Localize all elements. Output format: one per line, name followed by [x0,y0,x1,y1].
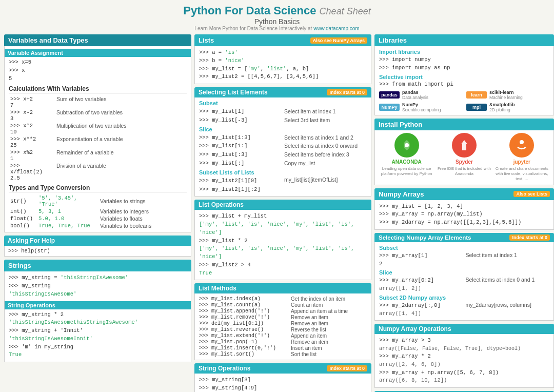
list-methods-section: List Methods >>> my_list.index(a) Get th… [194,283,371,360]
list-ops-header: List Operations [194,200,371,210]
code-line: >>> my_list.insert(0,'!') [199,345,289,351]
desc-line: Select items at index 1 and 2 [284,133,367,142]
selective-title: Selective import [379,74,549,80]
code-line: 'thisStringIsAwesomethisStringIsAwesome' [9,319,187,327]
select-numpy-header: Selecting Numpy Array Elements Index sta… [374,233,554,242]
install-header: Install Python [374,119,554,130]
table-row: >>> x+27 Sum of two variables [9,95,187,109]
column-2: Lists Also see NumPy Arrays >>> a = 'is'… [194,34,371,392]
desc-line: Select items at index 0 onward [284,142,367,150]
code-line: array([1, 2]) [379,285,463,293]
help-body: >>> help(str) [4,246,191,257]
string-ops2-code: >>> my_string[3] >>> my_string[4:9] [199,376,367,392]
code-line: >>> my_list[:] [199,159,282,168]
tagline-link[interactable]: www.datacamp.com [313,26,359,31]
numpy-index-badge: Index starts at 0 [509,234,550,241]
string-ops2-header: String Operations Index starts at 0 [194,363,371,374]
code-line: >>> my_list2 = [[4,5,6,7], [3,4,5,6]] [199,73,367,81]
jupyter-logo [509,133,534,158]
list-methods-title: List Methods [199,285,236,292]
list-ops-code: >>> my_list + my_list ['my', 'list', 'is… [199,212,367,277]
desc-line: Remove an item [291,321,367,326]
numpy-ops-section: Numpy Array Operations >>> my_array > 3 … [374,324,554,388]
lib-item-sklearn: learn scikit-learn Machine learning [466,90,549,100]
code-line: array([2, 4, 6, 8]) [379,361,549,369]
strings-body: >>> my_string = 'thisStringIsAwesome' >>… [4,271,191,362]
numpy-slice-grid: >>> my_array[0:2] array([1, 2]) Select i… [379,277,549,293]
lists-code: >>> a = 'is' >>> b = 'nice' >>> my_list … [199,49,367,81]
tagline: Learn More Python for Data Science Inter… [4,26,550,31]
libraries-header: Libraries [374,34,554,46]
code-line: >>> my_array * 2 [379,352,549,361]
lib-desc: scikit-learn Machine learning [489,90,523,100]
code-line: >>> import numpy as np [379,64,549,72]
code-line: >>> my_array > 3 [379,337,549,345]
table-row: >>> x/float(2)2.5 Division of a variable [9,162,187,182]
strings-header: Strings [4,260,191,271]
code-line: >>> my_list.reverse() [199,327,289,332]
calc-title: Calculations With Variables [9,85,187,94]
code-line: >>> my_list.remove('!') [199,315,289,320]
list-ops-section: List Operations >>> my_list + my_list ['… [194,200,371,280]
lib-item-pandas: pandas pandas Data analysis [379,90,462,100]
code-line: >>> a = 'is' [199,49,367,57]
svg-point-5 [520,140,524,144]
variables-header: Variables and Data Types [4,34,191,46]
lists-body: >>> a = 'is' >>> b = 'nice' >>> my_list … [194,46,371,84]
libraries-section: Libraries Import libraries >>> import nu… [374,34,554,115]
numpy-slice-desc: Select items at index 0 and 1 [466,277,550,293]
spyder-name: Spyder [456,159,473,165]
variables-title: Variables and Data Types [8,36,88,44]
table-row: >>> x*210 Multiplication of two variable… [9,122,187,135]
tagline-text: Learn More Python for Data Science Inter… [194,26,312,31]
install-section: Install Python ANACONDA Leading open dat… [374,119,554,185]
subset-code: >>> my_list[1] >>> my_list[-3] [199,107,282,125]
anaconda-logo [394,133,419,158]
table-row: bool() True, True, True Variables to boo… [9,222,187,229]
desc-line: Sort the list [291,351,367,357]
numpy-subset-title: Subset [379,245,549,251]
numpy-title: Numpy Arrays [379,190,424,198]
code-line: >>> x [9,67,187,75]
lib-item-numpy: NumPy NumPy Scientific computing [379,102,462,112]
install-title: Install Python [379,121,422,128]
code-line: array([False, False, False, True], dtype… [379,345,549,352]
select-numpy-section: Selecting Numpy Array Elements Index sta… [374,233,554,321]
desc-line: Reverse the list [291,327,367,332]
code-line: >>> my_list * 2 [199,237,367,245]
lib-desc: NumPy Scientific computing [402,102,441,112]
numpy-section: Numpy Arrays Also see Lists >>> my_list … [374,188,554,230]
var-assign-title: Variable Assignment [8,50,63,56]
table-row: >>> x**225 Exponentiation of a variable [9,135,187,149]
code-line: >>> my_list.index(a) [199,296,289,302]
desc-line: Select 3rd last item [284,116,367,125]
install-grid: ANACONDA Leading open data science platf… [379,133,549,182]
string-ops-header: String Operations [5,301,191,309]
subset-grid: >>> my_list[1] >>> my_list[-3] Select it… [199,107,367,125]
subset-lists-grid: >>> my_list2[1][0] >>> my_list2[1][:2] m… [199,177,367,194]
numpy-ops-header: Numpy Array Operations [374,324,554,334]
code-line: >>> my_string [9,282,187,290]
numpy-header: Numpy Arrays Also see Lists [374,188,554,200]
index-starts2-badge: Index starts at 0 [327,365,367,371]
table-row: float() 5.0, 1.0 Variables to floats [9,215,187,222]
spyder-logo [452,133,477,158]
var-assign-header: Variable Assignment [5,49,191,57]
table-row: int() 5, 3, 1 Variables to integers [9,208,187,215]
code-line: >>> my_array + np.array([5, 6, 7, 8]) [379,369,549,377]
subset-desc: Select item at index 1 Select 3rd last i… [284,107,367,125]
strings-code: >>> my_string = 'thisStringIsAwesome' >>… [9,274,187,298]
desc-line: Remove an item [291,339,367,345]
numpy-subset-grid: >>> my_array[1] 2 Select item at index 1 [379,252,549,268]
anaconda-name: ANACONDA [391,159,421,165]
code-line: >>> b = 'nice' [199,57,367,65]
lib-item-matplotlib: mpl &matplotlib 2D plotting [466,102,549,112]
desc-line: Get the index of an item [291,296,367,302]
list-methods-grid: >>> my_list.index(a) Get the index of an… [199,296,367,357]
calc-table: >>> x+27 Sum of two variables >>> x-23 S… [9,95,187,182]
code-line: >>> my_list.append('!') [199,308,289,314]
jupyter-desc: Create and share documents with live cod… [494,166,549,182]
libraries-body: Import libraries >>> import numpy >>> im… [374,46,554,115]
code-line: >>> my_list2 > 4 [199,261,367,269]
select-numpy-body: Subset >>> my_array[1] 2 Select item at … [374,242,554,321]
